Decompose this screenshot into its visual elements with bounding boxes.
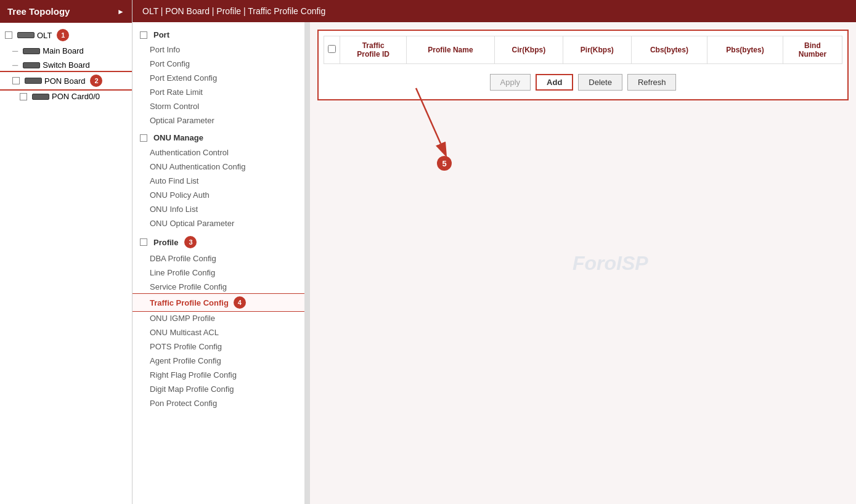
switchboard-label: Switch Board <box>43 60 90 70</box>
nav-section-port-title[interactable]: Port <box>132 27 304 43</box>
nav-item-onu-multicast[interactable]: ONU Multicast ACL <box>132 325 304 339</box>
nav-item-dba-profile[interactable]: DBA Profile Config <box>132 251 304 266</box>
nav-section-port: Port Port Info Port Config Port Extend C… <box>132 27 304 128</box>
ponboard-icon <box>25 78 42 84</box>
nav-item-port-info[interactable]: Port Info <box>132 43 304 57</box>
col-pir: Pir(Kbps) <box>563 36 631 64</box>
nav-item-agent-profile[interactable]: Agent Profile Config <box>132 354 304 368</box>
sidebar: Tree Topology ► OLT 1 ─ Main Board ─ Swi… <box>0 0 132 504</box>
tree-item-poncard[interactable]: PON Card0/0 <box>0 89 132 104</box>
badge-2: 2 <box>90 75 102 87</box>
traffic-profile-table: TrafficProfile ID Profile Name Cir(Kbps)… <box>324 36 842 64</box>
badge-3: 3 <box>184 236 197 248</box>
nav-section-onu: ONU Manage Authentication Control ONU Au… <box>132 130 304 230</box>
mainboard-label: Main Board <box>43 46 83 55</box>
right-panel: TrafficProfile ID Profile Name Cir(Kbps)… <box>310 22 856 504</box>
col-bind-number: BindNumber <box>783 36 842 64</box>
nav-item-traffic-profile[interactable]: Traffic Profile Config 4 <box>132 294 304 311</box>
sidebar-title: Tree Topology ► <box>0 0 132 23</box>
nav-item-port-extend-config[interactable]: Port Extend Config <box>132 71 304 85</box>
nav-item-port-rate-limit[interactable]: Port Rate Limit <box>132 85 304 99</box>
ponboard-checkbox[interactable] <box>12 77 20 84</box>
watermark-text: ForoISP <box>573 252 648 274</box>
sidebar-title-text: Tree Topology <box>7 6 70 17</box>
olt-checkbox[interactable] <box>5 31 12 39</box>
nav-item-onu-info-list[interactable]: ONU Info List <box>132 202 304 216</box>
poncard-icon <box>32 94 49 100</box>
table-select-all-checkbox[interactable] <box>328 45 336 53</box>
nav-item-line-profile[interactable]: Line Profile Config <box>132 266 304 280</box>
nav-scrollbar[interactable] <box>305 22 310 504</box>
col-pbs: Pbs(bytes) <box>707 36 783 64</box>
profile-section-label: Profile <box>153 238 178 247</box>
nav-item-digit-map[interactable]: Digit Map Profile Config <box>132 382 304 396</box>
badge-1: 1 <box>57 29 69 41</box>
nav-item-service-profile[interactable]: Service Profile Config <box>132 280 304 294</box>
col-cbs: Cbs(bytes) <box>631 36 707 64</box>
ponboard-label: PON Board <box>44 76 85 86</box>
middle-layout: Port Port Info Port Config Port Extend C… <box>132 22 856 504</box>
nav-item-auth-control[interactable]: Authentication Control <box>132 145 304 160</box>
sidebar-collapse-icon[interactable]: ► <box>117 7 124 16</box>
nav-item-onu-policy-auth[interactable]: ONU Policy Auth <box>132 188 304 202</box>
nav-item-right-flag[interactable]: Right Flag Profile Config <box>132 368 304 382</box>
nav-item-storm-control[interactable]: Storm Control <box>132 99 304 113</box>
tree-item-switchboard[interactable]: ─ Switch Board <box>0 58 132 72</box>
watermark: ForoISP <box>573 252 648 275</box>
nav-item-onu-optical[interactable]: ONU Optical Parameter <box>132 216 304 230</box>
poncard-label: PON Card0/0 <box>52 92 100 101</box>
olt-icon <box>17 32 35 38</box>
apply-button[interactable]: Apply <box>490 74 531 91</box>
nav-panel: Port Port Info Port Config Port Extend C… <box>132 22 305 504</box>
table-header-checkbox <box>324 36 340 64</box>
onu-manage-label: ONU Manage <box>153 133 203 142</box>
breadcrumb-text: OLT | PON Board | Profile | Traffic Prof… <box>142 6 325 16</box>
profile-checkbox[interactable] <box>140 238 147 246</box>
port-checkbox[interactable] <box>140 31 147 39</box>
content-area: OLT | PON Board | Profile | Traffic Prof… <box>132 0 856 504</box>
traffic-profile-label: Traffic Profile Config <box>150 298 229 307</box>
badge-5: 5 <box>437 156 452 171</box>
switchboard-icon <box>23 62 40 68</box>
table-container: TrafficProfile ID Profile Name Cir(Kbps)… <box>317 30 849 100</box>
nav-section-onu-title[interactable]: ONU Manage <box>132 130 304 145</box>
badge-4: 4 <box>234 296 246 309</box>
olt-label: OLT <box>37 31 52 40</box>
nav-item-port-config[interactable]: Port Config <box>132 57 304 71</box>
nav-item-optical-parameter[interactable]: Optical Parameter <box>132 113 304 128</box>
nav-item-pots-profile[interactable]: POTS Profile Config <box>132 339 304 354</box>
tree-item-mainboard[interactable]: ─ Main Board <box>0 44 132 58</box>
add-button[interactable]: Add <box>536 74 573 91</box>
col-traffic-profile-id: TrafficProfile ID <box>340 36 407 64</box>
onu-checkbox[interactable] <box>140 134 147 142</box>
tree-item-ponboard[interactable]: PON Board 2 <box>0 72 132 89</box>
nav-section-profile: Profile 3 DBA Profile Config Line Profil… <box>132 233 304 410</box>
col-profile-name: Profile Name <box>407 36 494 64</box>
tree-dash2: ─ <box>12 60 18 70</box>
refresh-button[interactable]: Refresh <box>627 74 677 91</box>
port-label: Port <box>153 30 169 39</box>
poncard-checkbox[interactable] <box>20 93 27 100</box>
tree-dash: ─ <box>12 46 18 55</box>
nav-item-onu-auth-config[interactable]: ONU Authentication Config <box>132 160 304 174</box>
nav-item-auto-find[interactable]: Auto Find List <box>132 174 304 188</box>
table-actions: Apply Add Delete Refresh <box>324 70 842 94</box>
nav-item-onu-igmp[interactable]: ONU IGMP Profile <box>132 311 304 325</box>
col-cir: Cir(Kbps) <box>494 36 563 64</box>
nav-item-pon-protect[interactable]: Pon Protect Config <box>132 396 304 410</box>
mainboard-icon <box>23 48 40 54</box>
breadcrumb: OLT | PON Board | Profile | Traffic Prof… <box>132 0 856 22</box>
nav-section-profile-title[interactable]: Profile 3 <box>132 233 304 251</box>
tree-item-olt[interactable]: OLT 1 <box>0 26 132 44</box>
delete-button[interactable]: Delete <box>578 74 622 91</box>
